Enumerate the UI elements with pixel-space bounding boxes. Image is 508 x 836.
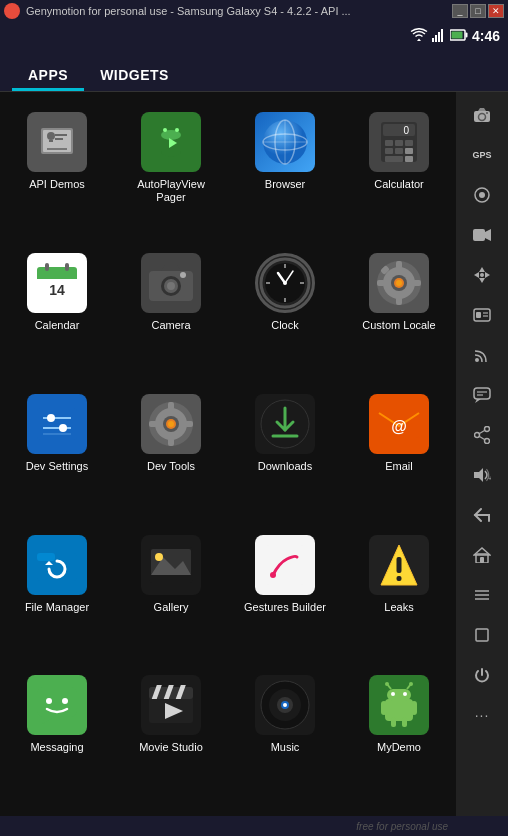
list-item[interactable]: Gestures Builder bbox=[228, 525, 342, 666]
svg-rect-117 bbox=[387, 689, 411, 701]
svg-rect-11 bbox=[55, 134, 67, 136]
bottom-bar: free for personal use bbox=[0, 816, 508, 836]
svg-marker-131 bbox=[485, 229, 491, 241]
gps-button[interactable]: GPS bbox=[464, 137, 500, 173]
list-item[interactable]: File Manager bbox=[0, 525, 114, 666]
svg-point-146 bbox=[485, 427, 490, 432]
list-item[interactable]: 0 Calculator bbox=[342, 102, 456, 243]
svg-rect-26 bbox=[383, 124, 415, 136]
minimize-button[interactable]: _ bbox=[452, 4, 468, 18]
app-label: Browser bbox=[265, 178, 305, 191]
svg-line-150 bbox=[480, 437, 485, 440]
list-item[interactable]: Dev Settings bbox=[0, 384, 114, 525]
list-item[interactable]: AutoPlayView Pager bbox=[114, 102, 228, 243]
home-button[interactable] bbox=[464, 537, 500, 573]
svg-rect-79 bbox=[185, 421, 193, 427]
list-item[interactable]: Gallery bbox=[114, 525, 228, 666]
video-button[interactable] bbox=[464, 217, 500, 253]
list-item[interactable]: API Demos bbox=[0, 102, 114, 243]
svg-point-92 bbox=[155, 553, 163, 561]
svg-rect-31 bbox=[385, 148, 393, 154]
svg-rect-138 bbox=[476, 312, 481, 318]
list-item[interactable]: MyDemo bbox=[342, 665, 456, 806]
list-item[interactable]: Leaks bbox=[342, 525, 456, 666]
svg-point-118 bbox=[391, 692, 395, 696]
share-button[interactable] bbox=[464, 417, 500, 453]
svg-rect-63 bbox=[413, 280, 421, 286]
more-button[interactable]: ··· bbox=[464, 697, 500, 733]
tab-widgets[interactable]: WIDGETS bbox=[84, 59, 185, 91]
svg-rect-159 bbox=[476, 629, 488, 641]
svg-rect-33 bbox=[405, 148, 413, 154]
svg-point-18 bbox=[175, 128, 179, 132]
gallery-icon bbox=[141, 535, 201, 595]
menu-hw-button[interactable] bbox=[464, 577, 500, 613]
tabs-bar: APPS WIDGETS bbox=[0, 50, 508, 92]
app-label: Camera bbox=[151, 319, 190, 332]
list-item[interactable]: Clock bbox=[228, 243, 342, 384]
svg-point-122 bbox=[385, 682, 389, 686]
svg-rect-2 bbox=[438, 32, 440, 42]
svg-rect-29 bbox=[395, 140, 403, 146]
app-grid: API Demos AutoPlayView Pager bbox=[0, 92, 456, 816]
movie-studio-icon bbox=[141, 675, 201, 735]
list-item[interactable]: Music bbox=[228, 665, 342, 806]
svg-rect-12 bbox=[55, 138, 63, 140]
svg-rect-113 bbox=[381, 701, 387, 715]
list-item[interactable]: @ Email bbox=[342, 384, 456, 525]
svg-rect-35 bbox=[405, 156, 413, 162]
svg-point-69 bbox=[47, 414, 55, 422]
title-bar: Genymotion for personal use - Samsung Ga… bbox=[0, 0, 508, 22]
svg-point-136 bbox=[480, 273, 484, 277]
list-item[interactable]: Movie Studio bbox=[114, 665, 228, 806]
app-label: Email bbox=[385, 460, 413, 473]
svg-point-123 bbox=[409, 682, 413, 686]
webcam-button[interactable] bbox=[464, 177, 500, 213]
svg-marker-98 bbox=[41, 717, 55, 725]
status-bar: 4:46 bbox=[0, 22, 508, 50]
email-icon: @ bbox=[369, 394, 429, 454]
svg-rect-10 bbox=[49, 140, 53, 142]
close-button[interactable]: ✕ bbox=[488, 4, 504, 18]
rss-button[interactable] bbox=[464, 337, 500, 373]
svg-rect-115 bbox=[391, 717, 396, 727]
id-card-button[interactable] bbox=[464, 297, 500, 333]
power-button[interactable] bbox=[464, 657, 500, 693]
list-item[interactable]: Messaging bbox=[0, 665, 114, 806]
tab-apps[interactable]: APPS bbox=[12, 59, 84, 91]
back-button[interactable] bbox=[464, 497, 500, 533]
list-item[interactable]: Custom Locale bbox=[342, 243, 456, 384]
camera-side-button[interactable] bbox=[464, 97, 500, 133]
list-item[interactable]: Downloads bbox=[228, 384, 342, 525]
app-label: API Demos bbox=[29, 178, 85, 191]
list-item[interactable]: Dev Tools bbox=[114, 384, 228, 525]
svg-rect-130 bbox=[473, 229, 485, 241]
app-label: Custom Locale bbox=[362, 319, 435, 332]
app-label: Calculator bbox=[374, 178, 424, 191]
list-item[interactable]: Camera bbox=[114, 243, 228, 384]
svg-point-47 bbox=[180, 272, 186, 278]
overview-button[interactable] bbox=[464, 617, 500, 653]
clock-time: 4:46 bbox=[472, 28, 500, 44]
api-demos-icon bbox=[27, 112, 87, 172]
leaks-icon bbox=[369, 535, 429, 595]
app-label: Leaks bbox=[384, 601, 413, 614]
svg-rect-6 bbox=[451, 31, 462, 38]
chat-side-button[interactable] bbox=[464, 377, 500, 413]
svg-marker-151 bbox=[474, 468, 483, 482]
list-item[interactable]: 14 Calendar bbox=[0, 243, 114, 384]
svg-rect-30 bbox=[405, 140, 413, 146]
svg-text:0: 0 bbox=[403, 125, 409, 136]
svg-point-94 bbox=[270, 572, 276, 578]
status-icons: 4:46 bbox=[410, 28, 500, 45]
app-icon bbox=[4, 3, 20, 19]
move-button[interactable] bbox=[464, 257, 500, 293]
downloads-icon bbox=[255, 394, 315, 454]
maximize-button[interactable]: □ bbox=[470, 4, 486, 18]
svg-point-81 bbox=[168, 421, 174, 427]
app-label: Calendar bbox=[35, 319, 80, 332]
volume-button[interactable]: + bbox=[464, 457, 500, 493]
svg-point-100 bbox=[62, 698, 68, 704]
list-item[interactable]: Browser bbox=[228, 102, 342, 243]
svg-rect-62 bbox=[377, 280, 385, 286]
